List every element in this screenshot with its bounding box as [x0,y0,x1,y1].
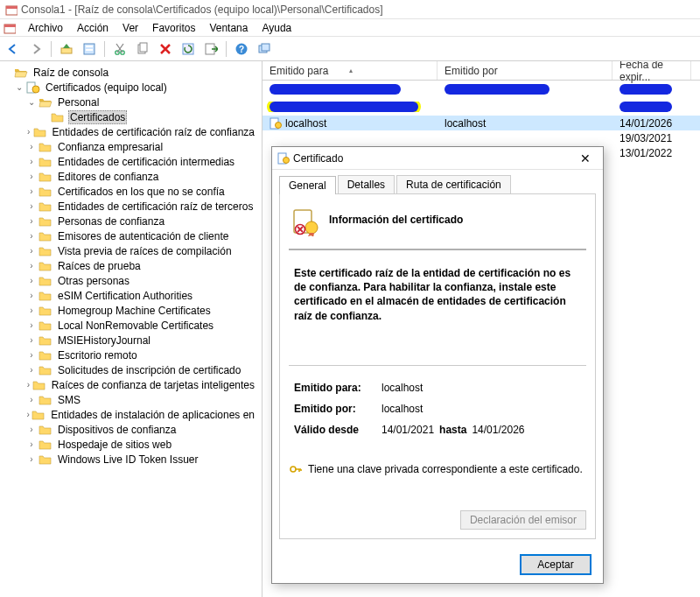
dialog-titlebar[interactable]: Certificado ✕ [272,147,603,170]
expand-icon[interactable]: › [26,246,37,256]
tree-item[interactable]: ›Raíces de prueba [26,258,262,273]
list-row[interactable]: localhost localhost 14/01/2026 [262,116,700,130]
tree-item[interactable]: ›Hospedaje de sitios web [26,437,262,452]
tree-item[interactable]: ›Confianza empresarial [26,139,262,154]
menu-ayuda[interactable]: Ayuda [255,20,298,36]
expand-icon[interactable]: › [26,157,37,167]
ok-button[interactable]: Aceptar [521,555,591,574]
menu-ventana[interactable]: Ventana [202,20,255,36]
export-button[interactable] [201,39,220,59]
folder-icon [38,289,52,303]
expand-icon[interactable]: › [26,186,37,197]
issuer-statement-button: Declaración del emisor [460,510,586,530]
menu-archivo[interactable]: Archivo [21,20,70,36]
redacted-value [620,84,672,95]
expand-icon[interactable]: › [26,276,37,286]
folder-icon [38,453,52,467]
help-button[interactable] [232,39,251,59]
expand-icon[interactable]: › [26,425,37,435]
collapse-icon[interactable]: ⌄ [14,82,24,93]
expand-icon[interactable]: › [26,172,37,182]
tree-item[interactable]: ›Escritorio remoto [26,348,262,362]
expand-icon[interactable]: › [26,261,37,271]
cut-button[interactable] [110,39,130,59]
list-header: Emitido para ▴ Emitido por Fecha de expi… [262,61,700,81]
tree-item[interactable]: ›Personas de confianza [26,214,262,228]
folder-icon [38,140,52,154]
expand-icon[interactable]: › [26,350,37,361]
expand-icon[interactable]: › [26,142,37,152]
list-row[interactable] [262,81,700,98]
column-fecha-expiracion[interactable]: Fecha de expir... [612,61,691,80]
collapse-icon[interactable] [2,67,12,78]
expand-icon[interactable]: › [26,395,37,405]
forward-button[interactable] [26,39,46,59]
tree-label: Confianza empresarial [56,141,164,153]
expand-icon[interactable]: › [26,201,37,212]
expand-icon[interactable]: › [26,291,37,301]
tab-ruta[interactable]: Ruta de certificación [396,175,511,193]
expand-icon[interactable]: › [26,127,32,137]
tree-item[interactable]: ›Windows Live ID Token Issuer [26,452,262,467]
expand-icon[interactable]: › [26,335,37,346]
tree-personal[interactable]: ⌄ Personal [26,95,262,109]
tree-root[interactable]: Raíz de consola [2,65,262,80]
tree-item[interactable]: ›Entidades de instalación de aplicacione… [26,407,262,422]
expand-icon[interactable]: › [26,439,37,450]
up-button[interactable] [57,39,76,59]
properties-button[interactable] [80,39,99,59]
tab-general[interactable]: General [279,176,336,194]
copy-button[interactable] [133,39,152,59]
list-row[interactable] [262,98,700,116]
dialog-tabs: General Detalles Ruta de certificación [272,170,603,193]
tree-item[interactable]: ›Vista previa de raíces de compilación [26,243,262,258]
sort-indicator-icon: ▴ [349,67,353,74]
expand-icon[interactable]: › [26,380,31,390]
tree-item[interactable]: ›Raíces de confianza de tarjetas intelig… [26,377,262,392]
tree-label: Certificados en los que no se confía [56,186,227,198]
expand-icon[interactable]: › [26,306,37,316]
menu-ver[interactable]: Ver [116,20,145,36]
tree-certificados[interactable]: Certificados [38,109,262,124]
tree-item[interactable]: ›Dispositivos de confianza [26,422,262,437]
back-button[interactable] [4,39,23,59]
tree-item[interactable]: ›Solicitudes de inscripción de certifica… [26,362,262,377]
certificate-icon [277,152,290,165]
menu-accion[interactable]: Acción [70,20,116,36]
tree-item[interactable]: ›MSIEHistoryJournal [26,333,262,348]
expand-icon[interactable]: › [26,216,37,227]
close-button[interactable]: ✕ [573,150,598,167]
column-emitido-por[interactable]: Emitido por [438,61,612,80]
tree-label: Entidades de certificación raíz de terce… [56,200,255,213]
expand-icon[interactable]: › [26,320,37,331]
expand-icon[interactable]: › [26,454,37,465]
new-window-button[interactable] [255,39,274,59]
valid-from-value: 14/01/2021 [382,424,434,436]
tree-cert-local[interactable]: ⌄ Certificados (equipo local) [14,80,262,95]
list-row[interactable]: 19/03/2021 [262,130,700,145]
column-emitido-para[interactable]: Emitido para ▴ [262,61,438,80]
tab-detalles[interactable]: Detalles [338,175,395,193]
expand-icon[interactable]: › [26,231,37,242]
tree-label: Local NonRemovable Certificates [56,320,215,332]
tree-pane[interactable]: Raíz de consola ⌄ Certificados (equipo l… [0,61,262,597]
collapse-icon[interactable]: ⌄ [26,97,37,108]
menu-favoritos[interactable]: Favoritos [145,20,202,36]
refresh-button[interactable] [178,39,198,59]
expand-icon[interactable]: › [26,365,37,376]
tree-label: Windows Live ID Token Issuer [56,453,200,466]
delete-button[interactable] [156,39,175,59]
tree-item[interactable]: ›Entidades de certificación raíz de terc… [26,199,262,214]
expand-icon[interactable]: › [26,410,30,420]
tree-item[interactable]: ›eSIM Certification Authorities [26,288,262,303]
tree-item[interactable]: ›SMS [26,392,262,407]
tree-item[interactable]: ›Emisores de autenticación de cliente [26,228,262,243]
tree-item[interactable]: ›Certificados en los que no se confía [26,184,262,199]
tree-item[interactable]: ›Local NonRemovable Certificates [26,318,262,333]
tree-item[interactable]: ›Otras personas [26,273,262,288]
tree-label: Vista previa de raíces de compilación [56,245,234,257]
tree-item[interactable]: ›Homegroup Machine Certificates [26,303,262,318]
tree-item[interactable]: ›Editores de confianza [26,169,262,184]
tree-item[interactable]: ›Entidades de certificación intermedias [26,154,262,169]
tree-item[interactable]: ›Entidades de certificación raíz de conf… [26,124,262,139]
